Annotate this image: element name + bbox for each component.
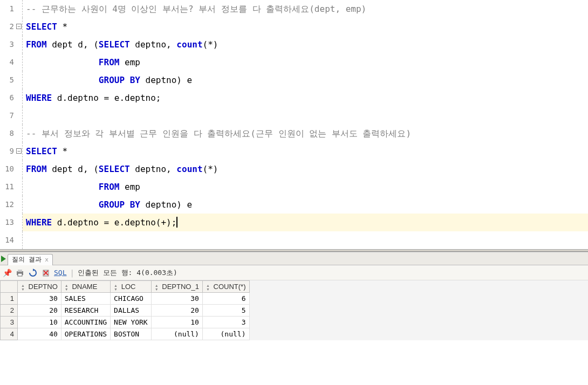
results-grid-wrapper: DEPTNO DNAME LOC DEPTNO_1 COUNT(*)130SAL…	[0, 280, 588, 340]
delete-icon[interactable]	[41, 268, 51, 278]
run-indicator-icon	[1, 256, 6, 262]
data-cell[interactable]: (null)	[151, 328, 202, 340]
row-number-cell: 3	[1, 317, 18, 328]
code-line[interactable]: FROM emp	[23, 53, 588, 71]
row-number-cell: 2	[1, 305, 18, 317]
code-line[interactable]	[23, 231, 588, 249]
line-number: 10	[0, 160, 16, 178]
code-line[interactable]: GROUP BY deptno) e	[23, 71, 588, 89]
fold-gutter[interactable]	[16, 0, 23, 18]
data-cell[interactable]: 20	[151, 305, 202, 317]
data-cell[interactable]: SALES	[61, 293, 110, 305]
fold-gutter[interactable]	[16, 36, 23, 53]
sql-editor[interactable]: 1-- 근무하는 사원이 4명 이상인 부서는? 부서 정보를 다 출력하세요(…	[0, 0, 588, 249]
results-panel: 질의 결과 x 📌 SQL | 인출된 모든 행: 4(0.003초) DEPT…	[0, 252, 588, 340]
code-line[interactable]: FROM dept d, (SELECT deptno, count(*)	[23, 36, 588, 53]
tab-close-icon[interactable]: x	[45, 256, 49, 263]
code-line[interactable]: FROM emp	[23, 178, 588, 196]
refresh-icon[interactable]	[28, 268, 38, 278]
data-cell[interactable]: CHICAGO	[111, 293, 152, 305]
data-cell[interactable]: ACCOUNTING	[61, 317, 110, 328]
line-number: 8	[0, 125, 16, 142]
data-cell[interactable]: DALLAS	[111, 305, 152, 317]
data-cell[interactable]: 20	[18, 305, 61, 317]
svg-rect-2	[18, 273, 22, 276]
code-line[interactable]: SELECT *	[23, 142, 588, 160]
table-row[interactable]: 130SALESCHICAGO306	[1, 293, 250, 305]
table-row[interactable]: 440OPERATIONSBOSTON(null)(null)	[1, 328, 250, 340]
line-number: 5	[0, 71, 16, 89]
row-number-header	[1, 281, 18, 293]
table-row[interactable]: 310ACCOUNTINGNEW YORK103	[1, 317, 250, 328]
data-cell[interactable]: RESEARCH	[61, 305, 110, 317]
row-number-cell: 4	[1, 328, 18, 340]
toolbar-divider: |	[70, 269, 74, 277]
line-number: 12	[0, 196, 16, 214]
code-line[interactable]: WHERE d.deptno = e.deptno(+);	[23, 214, 588, 231]
data-cell[interactable]: 3	[202, 317, 249, 328]
data-cell[interactable]: (null)	[202, 328, 249, 340]
fold-gutter[interactable]	[16, 196, 23, 214]
fold-gutter[interactable]	[16, 160, 23, 178]
line-number: 14	[0, 231, 16, 249]
data-cell[interactable]: 30	[151, 293, 202, 305]
text-cursor	[176, 217, 177, 228]
line-number: 2	[0, 18, 16, 36]
column-header[interactable]: COUNT(*)	[202, 281, 249, 293]
code-line[interactable]: FROM dept d, (SELECT deptno, count(*)	[23, 160, 588, 178]
code-line[interactable]: -- 부서 정보와 각 부서별 근무 인원을 다 출력하세요(근무 인원이 없는…	[23, 125, 588, 142]
fold-gutter[interactable]	[16, 71, 23, 89]
line-number: 6	[0, 89, 16, 107]
fetch-status: 인출된 모든 행: 4(0.003초)	[78, 268, 177, 278]
fold-gutter[interactable]	[16, 107, 23, 125]
tab-label: 질의 결과	[12, 255, 42, 264]
data-cell[interactable]: 5	[202, 305, 249, 317]
results-tab-bar: 질의 결과 x	[0, 252, 588, 265]
print-icon[interactable]	[15, 268, 25, 278]
fold-gutter[interactable]	[16, 89, 23, 107]
data-cell[interactable]: 40	[18, 328, 61, 340]
column-header[interactable]: DNAME	[61, 281, 110, 293]
line-number: 9	[0, 142, 16, 160]
pin-icon[interactable]: 📌	[2, 268, 12, 278]
data-cell[interactable]: 6	[202, 293, 249, 305]
fold-gutter[interactable]: −	[16, 18, 23, 36]
column-header[interactable]: LOC	[111, 281, 152, 293]
sql-link[interactable]: SQL	[54, 269, 66, 277]
fold-gutter[interactable]	[16, 214, 23, 231]
data-cell[interactable]: NEW YORK	[111, 317, 152, 328]
line-number: 11	[0, 178, 16, 196]
data-cell[interactable]: BOSTON	[111, 328, 152, 340]
row-number-cell: 1	[1, 293, 18, 305]
table-row[interactable]: 220RESEARCHDALLAS205	[1, 305, 250, 317]
code-line[interactable]: SELECT *	[23, 18, 588, 36]
column-header[interactable]: DEPTNO_1	[151, 281, 202, 293]
fold-collapse-icon[interactable]: −	[16, 24, 22, 29]
code-line[interactable]	[23, 107, 588, 125]
line-number: 4	[0, 53, 16, 71]
results-table[interactable]: DEPTNO DNAME LOC DEPTNO_1 COUNT(*)130SAL…	[0, 280, 250, 340]
line-number: 3	[0, 36, 16, 53]
code-line[interactable]: WHERE d.deptno = e.deptno;	[23, 89, 588, 107]
line-number: 13	[0, 214, 16, 231]
fold-gutter[interactable]	[16, 125, 23, 142]
tab-query-result[interactable]: 질의 결과 x	[8, 254, 53, 265]
fold-gutter[interactable]	[16, 178, 23, 196]
fold-gutter[interactable]	[16, 53, 23, 71]
data-cell[interactable]: 10	[18, 317, 61, 328]
data-cell[interactable]: 10	[151, 317, 202, 328]
data-cell[interactable]: 30	[18, 293, 61, 305]
line-number: 1	[0, 0, 16, 18]
column-header[interactable]: DEPTNO	[18, 281, 61, 293]
fold-gutter[interactable]: −	[16, 142, 23, 160]
line-number: 7	[0, 107, 16, 125]
svg-rect-1	[18, 270, 22, 272]
code-line[interactable]: -- 근무하는 사원이 4명 이상인 부서는? 부서 정보를 다 출력하세요(d…	[23, 0, 588, 18]
data-cell[interactable]: OPERATIONS	[61, 328, 110, 340]
code-line[interactable]: GROUP BY deptno) e	[23, 196, 588, 214]
fold-gutter[interactable]	[16, 231, 23, 249]
fold-collapse-icon[interactable]: −	[16, 148, 22, 154]
results-toolbar: 📌 SQL | 인출된 모든 행: 4(0.003초)	[0, 265, 588, 280]
